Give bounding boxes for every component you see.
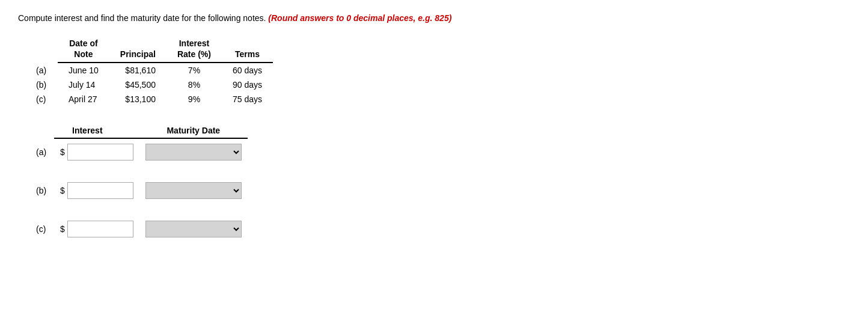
row-label-c: (c) [36,92,58,106]
rate-b: 8% [167,78,222,92]
maturity-select-c[interactable] [145,221,242,237]
dollar-sign-c: $ [60,224,65,234]
interest-cell-a: $ [54,138,139,165]
row-label-a: (a) [36,63,58,78]
date-b: July 14 [58,78,109,92]
col-header-rate: InterestRate (%) [167,37,222,63]
table-row: (b) July 14 $45,500 8% 90 days [36,78,273,92]
date-c: April 27 [58,92,109,106]
principal-c: $13,100 [109,92,167,106]
maturity-select-b[interactable] [145,182,242,199]
maturity-select-a[interactable] [145,144,242,161]
col-header-terms: Terms [222,37,273,63]
principal-b: $45,500 [109,78,167,92]
terms-c: 75 days [222,92,273,106]
answer-label-b: (b) [36,177,54,204]
answer-row-a: (a) $ [36,138,248,165]
table-row: (c) April 27 $13,100 9% 75 days [36,92,273,106]
instructions: Compute interest and find the maturity d… [18,12,850,25]
answer-col-header-interest: Interest [54,124,139,138]
answer-col-header-maturity: Maturity Date [139,124,248,138]
answer-table: Interest Maturity Date (a) $ (b) [36,124,248,242]
instructions-text: Compute interest and find the maturity d… [18,13,266,23]
table-row: (a) June 10 $81,610 7% 60 days [36,63,273,78]
maturity-cell-b [139,177,248,204]
interest-input-b[interactable] [67,182,133,199]
instructions-highlight: (Round answers to 0 decimal places, e.g.… [268,13,451,23]
row-label-b: (b) [36,78,58,92]
interest-cell-b: $ [54,177,139,204]
interest-input-c[interactable] [67,221,133,237]
rate-a: 7% [167,63,222,78]
interest-input-a[interactable] [67,144,133,161]
answer-row-b: (b) $ [36,177,248,204]
answer-row-c: (c) $ [36,216,248,242]
date-a: June 10 [58,63,109,78]
dollar-sign-a: $ [60,147,65,157]
maturity-cell-a [139,138,248,165]
answer-label-a: (a) [36,138,54,165]
principal-a: $81,610 [109,63,167,78]
data-table: Date ofNote Principal InterestRate (%) T… [36,37,273,106]
answer-label-c: (c) [36,216,54,242]
dollar-sign-b: $ [60,186,65,195]
col-header-principal: Principal [109,37,167,63]
maturity-cell-c [139,216,248,242]
col-header-date: Date ofNote [58,37,109,63]
interest-cell-c: $ [54,216,139,242]
terms-a: 60 days [222,63,273,78]
terms-b: 90 days [222,78,273,92]
rate-c: 9% [167,92,222,106]
